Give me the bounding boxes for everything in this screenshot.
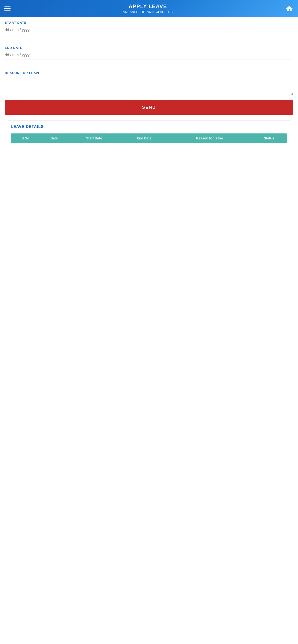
app-header: APPLY LEAVE AMLANI HARIT AMIT CLASS-1 B (0, 0, 298, 17)
reason-field: REASON FOR LEAVE (5, 71, 293, 96)
end-date-label: END DATE (5, 46, 293, 50)
col-start-date: Start Date (68, 134, 120, 143)
leave-details-card: LEAVE DETAILS S.No Date Start Date End D… (7, 120, 291, 147)
header-center: APPLY LEAVE AMLANI HARIT AMIT CLASS-1 B (11, 3, 285, 14)
table-header-row: S.No Date Start Date End Date Reason for… (11, 134, 287, 143)
col-date: Date (40, 134, 68, 143)
end-date-field: END DATE (5, 46, 293, 63)
col-end-date: End Date (120, 134, 168, 143)
end-date-input[interactable] (5, 51, 293, 60)
menu-icon[interactable] (4, 6, 11, 10)
form-container: START DATE END DATE REASON FOR LEAVE SEN… (0, 17, 298, 151)
home-icon[interactable] (285, 4, 294, 13)
divider-1 (5, 42, 293, 42)
reason-textarea[interactable] (5, 76, 293, 95)
leave-table: S.No Date Start Date End Date Reason for… (11, 134, 287, 143)
page-title: APPLY LEAVE (11, 3, 285, 10)
start-date-label: START DATE (5, 21, 293, 24)
send-button[interactable]: SEND (5, 100, 293, 115)
col-sno: S.No (11, 134, 40, 143)
divider-2 (5, 67, 293, 67)
reason-label: REASON FOR LEAVE (5, 71, 293, 75)
start-date-input[interactable] (5, 26, 293, 34)
col-status: Status (251, 134, 287, 143)
start-date-field: START DATE (5, 21, 293, 38)
col-reason: Reason for leave (169, 134, 251, 143)
leave-details-title: LEAVE DETAILS (11, 124, 287, 131)
student-info: AMLANI HARIT AMIT CLASS-1 B (11, 10, 285, 14)
